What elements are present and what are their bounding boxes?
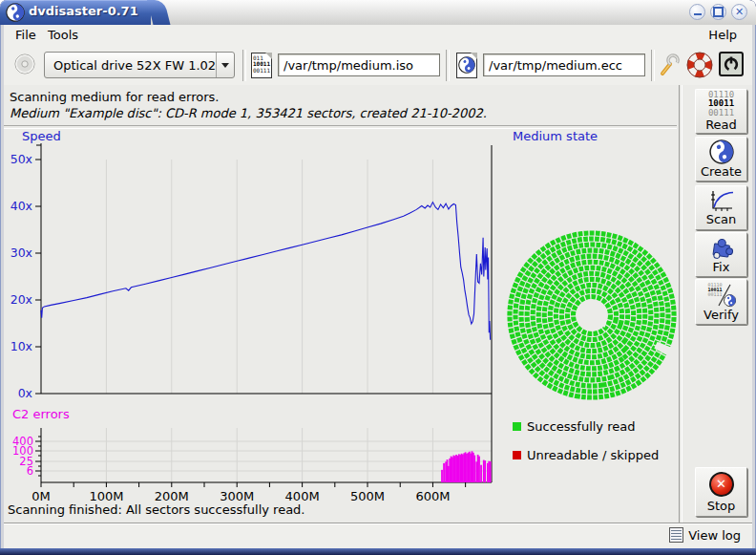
svg-text:20x: 20x <box>10 292 32 307</box>
svg-text:300M: 300M <box>220 489 254 503</box>
legend-swatch-red <box>513 451 521 459</box>
scan-button[interactable]: Scan <box>695 185 747 230</box>
drive-select-arrow-button[interactable] <box>216 53 234 77</box>
toolbar-separator <box>242 50 246 81</box>
legend-label: Unreadable / skipped <box>527 448 659 462</box>
svg-text:30x: 30x <box>10 245 32 260</box>
toolbar: Optical drive 52X FW 1.02 0111001100111 <box>4 46 752 86</box>
legend-item-read: Successfully read <box>513 419 635 434</box>
view-log-button[interactable]: View log <box>669 527 741 543</box>
binary-icon: 011101001100111 <box>708 91 734 117</box>
drive-select[interactable]: Optical drive 52X FW 1.02 <box>44 52 235 78</box>
quit-button[interactable] <box>718 51 745 77</box>
window-border-right <box>752 25 756 548</box>
menu-bar: File Tools Help <box>4 25 752 46</box>
window-border-left <box>0 25 4 548</box>
sidebar-divider <box>679 85 682 523</box>
ecc-path-input[interactable] <box>483 53 645 76</box>
legend-label: Successfully read <box>527 419 635 434</box>
svg-text:200M: 200M <box>155 489 189 503</box>
svg-text:50x: 50x <box>10 152 32 166</box>
minimize-icon <box>694 13 702 15</box>
svg-text:500M: 500M <box>350 489 385 503</box>
puzzle-icon <box>709 235 734 260</box>
toolbar-separator <box>651 50 655 81</box>
window-title: dvdisaster-0.71 <box>29 4 138 18</box>
iso-path-input[interactable] <box>278 53 440 76</box>
status-line-2: Medium "Example disc": CD-R mode 1, 3534… <box>10 106 487 120</box>
stop-icon: ✕ <box>709 472 734 497</box>
log-list-icon <box>669 527 683 543</box>
minimize-button[interactable] <box>689 4 705 20</box>
drive-select-value: Optical drive 52X FW 1.02 <box>45 58 216 73</box>
legend-swatch-green <box>513 422 521 431</box>
close-button[interactable]: ✕ <box>731 4 747 20</box>
ecc-file-icon <box>456 53 477 78</box>
status-line-1: Scanning medium for read errors. <box>10 90 219 104</box>
power-icon <box>719 52 744 76</box>
svg-text:0M: 0M <box>32 489 51 503</box>
disc-icon <box>13 53 36 75</box>
preferences-button[interactable] <box>657 53 682 77</box>
drive-disc-button[interactable] <box>11 51 38 77</box>
svg-text:40x: 40x <box>10 199 32 213</box>
svg-text:100M: 100M <box>89 489 123 503</box>
stop-button[interactable]: ✕ Stop <box>695 467 747 517</box>
menu-file[interactable]: File <box>11 28 40 42</box>
main-content: Scanning medium for read errors. Medium … <box>4 85 752 523</box>
scan-result-text: Scanning finished: All sectors successfu… <box>8 502 305 517</box>
svg-text:10x: 10x <box>10 339 32 353</box>
window-border-bottom <box>0 548 756 555</box>
menu-tools[interactable]: Tools <box>44 28 82 42</box>
iso-file-icon: 0111001100111 <box>251 53 272 78</box>
yinyang-icon <box>709 139 734 164</box>
svg-text:400: 400 <box>12 435 33 448</box>
medium-state-disc <box>504 227 680 403</box>
read-button[interactable]: 011101001100111 Read <box>695 89 747 134</box>
legend-item-unreadable: Unreadable / skipped <box>513 448 659 462</box>
wrench-icon <box>658 53 681 76</box>
title-bar[interactable]: dvdisaster-0.71 ✕ <box>0 0 756 25</box>
curve-chart-icon <box>708 189 735 212</box>
svg-text:400M: 400M <box>285 489 320 503</box>
status-bar: View log <box>4 523 752 549</box>
verify-icon: 011101001100111 <box>707 283 736 308</box>
svg-text:600M: 600M <box>415 489 450 503</box>
maximize-icon <box>713 7 724 17</box>
dvdisaster-window: dvdisaster-0.71 ✕ File Tools Help Optica… <box>0 0 756 555</box>
maximize-button[interactable] <box>710 4 726 20</box>
verify-button[interactable]: 011101001100111 Verify <box>695 279 747 325</box>
close-icon: ✕ <box>735 7 744 17</box>
create-button[interactable]: Create <box>695 137 747 181</box>
view-log-label: View log <box>688 528 741 543</box>
lifebuoy-icon <box>686 52 713 78</box>
app-yinyang-icon <box>6 3 25 22</box>
fix-button[interactable]: Fix <box>695 232 747 277</box>
menu-help[interactable]: Help <box>704 28 741 42</box>
toolbar-separator <box>446 50 450 81</box>
help-button[interactable] <box>685 51 714 79</box>
svg-text:0x: 0x <box>18 386 32 400</box>
chevron-down-icon <box>221 63 229 68</box>
